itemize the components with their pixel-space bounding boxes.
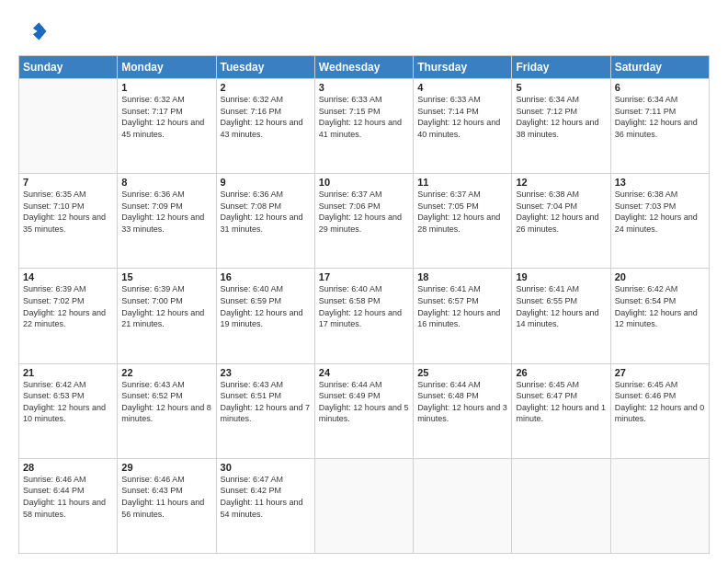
header bbox=[18, 17, 710, 46]
calendar-cell: 16Sunrise: 6:40 AM Sunset: 6:59 PM Dayli… bbox=[216, 269, 314, 363]
day-info: Sunrise: 6:38 AM Sunset: 7:04 PM Dayligh… bbox=[516, 189, 606, 235]
calendar-cell: 10Sunrise: 6:37 AM Sunset: 7:06 PM Dayli… bbox=[314, 174, 413, 269]
day-number: 8 bbox=[121, 177, 211, 188]
calendar-cell: 22Sunrise: 6:43 AM Sunset: 6:52 PM Dayli… bbox=[118, 363, 216, 458]
day-info: Sunrise: 6:36 AM Sunset: 7:08 PM Dayligh… bbox=[221, 189, 311, 235]
day-number: 11 bbox=[417, 177, 507, 188]
week-row-0: 1Sunrise: 6:32 AM Sunset: 7:17 PM Daylig… bbox=[19, 79, 710, 174]
calendar-cell: 26Sunrise: 6:45 AM Sunset: 6:47 PM Dayli… bbox=[512, 363, 610, 458]
calendar-cell bbox=[19, 79, 118, 174]
day-number: 30 bbox=[221, 462, 311, 473]
day-info: Sunrise: 6:37 AM Sunset: 7:05 PM Dayligh… bbox=[417, 189, 507, 235]
calendar-cell: 11Sunrise: 6:37 AM Sunset: 7:05 PM Dayli… bbox=[414, 174, 512, 269]
week-row-2: 14Sunrise: 6:39 AM Sunset: 7:02 PM Dayli… bbox=[19, 269, 710, 363]
day-info: Sunrise: 6:38 AM Sunset: 7:03 PM Dayligh… bbox=[615, 189, 705, 235]
calendar-cell: 25Sunrise: 6:44 AM Sunset: 6:48 PM Dayli… bbox=[414, 363, 512, 458]
day-info: Sunrise: 6:43 AM Sunset: 6:52 PM Dayligh… bbox=[121, 379, 211, 425]
calendar-cell: 4Sunrise: 6:33 AM Sunset: 7:14 PM Daylig… bbox=[414, 79, 512, 174]
day-info: Sunrise: 6:41 AM Sunset: 6:55 PM Dayligh… bbox=[516, 283, 606, 329]
day-number: 17 bbox=[319, 271, 409, 282]
header-day-monday: Monday bbox=[118, 56, 216, 79]
calendar-cell: 27Sunrise: 6:45 AM Sunset: 6:46 PM Dayli… bbox=[610, 363, 709, 458]
calendar-cell: 15Sunrise: 6:39 AM Sunset: 7:00 PM Dayli… bbox=[118, 269, 216, 363]
day-number: 4 bbox=[417, 82, 507, 93]
day-info: Sunrise: 6:34 AM Sunset: 7:11 PM Dayligh… bbox=[615, 94, 705, 140]
day-info: Sunrise: 6:33 AM Sunset: 7:14 PM Dayligh… bbox=[417, 94, 507, 140]
day-number: 5 bbox=[516, 82, 606, 93]
calendar-cell: 9Sunrise: 6:36 AM Sunset: 7:08 PM Daylig… bbox=[216, 174, 314, 269]
calendar-cell: 30Sunrise: 6:47 AM Sunset: 6:42 PM Dayli… bbox=[216, 458, 314, 553]
day-number: 21 bbox=[23, 367, 113, 378]
day-number: 14 bbox=[23, 271, 113, 282]
logo-icon bbox=[18, 17, 48, 46]
day-number: 7 bbox=[23, 177, 113, 188]
header-day-thursday: Thursday bbox=[414, 56, 512, 79]
day-number: 10 bbox=[319, 177, 409, 188]
day-info: Sunrise: 6:45 AM Sunset: 6:47 PM Dayligh… bbox=[516, 379, 606, 425]
week-row-3: 21Sunrise: 6:42 AM Sunset: 6:53 PM Dayli… bbox=[19, 363, 710, 458]
calendar-cell bbox=[414, 458, 512, 553]
day-info: Sunrise: 6:32 AM Sunset: 7:17 PM Dayligh… bbox=[121, 94, 211, 140]
header-day-saturday: Saturday bbox=[610, 56, 709, 79]
calendar-cell: 24Sunrise: 6:44 AM Sunset: 6:49 PM Dayli… bbox=[314, 363, 413, 458]
day-number: 19 bbox=[516, 271, 606, 282]
calendar-cell: 13Sunrise: 6:38 AM Sunset: 7:03 PM Dayli… bbox=[610, 174, 709, 269]
day-info: Sunrise: 6:40 AM Sunset: 6:59 PM Dayligh… bbox=[221, 283, 311, 329]
calendar-cell: 28Sunrise: 6:46 AM Sunset: 6:44 PM Dayli… bbox=[19, 458, 118, 553]
calendar-body: 1Sunrise: 6:32 AM Sunset: 7:17 PM Daylig… bbox=[19, 79, 710, 554]
day-number: 9 bbox=[221, 177, 311, 188]
day-info: Sunrise: 6:45 AM Sunset: 6:46 PM Dayligh… bbox=[615, 379, 705, 425]
day-number: 29 bbox=[121, 462, 211, 473]
day-info: Sunrise: 6:44 AM Sunset: 6:48 PM Dayligh… bbox=[417, 379, 507, 425]
calendar-cell: 19Sunrise: 6:41 AM Sunset: 6:55 PM Dayli… bbox=[512, 269, 610, 363]
calendar-cell: 20Sunrise: 6:42 AM Sunset: 6:54 PM Dayli… bbox=[610, 269, 709, 363]
day-info: Sunrise: 6:44 AM Sunset: 6:49 PM Dayligh… bbox=[319, 379, 409, 425]
calendar-cell: 17Sunrise: 6:40 AM Sunset: 6:58 PM Dayli… bbox=[314, 269, 413, 363]
day-info: Sunrise: 6:37 AM Sunset: 7:06 PM Dayligh… bbox=[319, 189, 409, 235]
day-info: Sunrise: 6:39 AM Sunset: 7:00 PM Dayligh… bbox=[121, 283, 211, 329]
header-day-wednesday: Wednesday bbox=[314, 56, 413, 79]
day-info: Sunrise: 6:42 AM Sunset: 6:54 PM Dayligh… bbox=[615, 283, 705, 329]
day-number: 3 bbox=[319, 82, 409, 93]
day-number: 28 bbox=[23, 462, 113, 473]
day-info: Sunrise: 6:40 AM Sunset: 6:58 PM Dayligh… bbox=[319, 283, 409, 329]
day-info: Sunrise: 6:36 AM Sunset: 7:09 PM Dayligh… bbox=[121, 189, 211, 235]
day-number: 15 bbox=[121, 271, 211, 282]
day-number: 20 bbox=[615, 271, 705, 282]
day-number: 13 bbox=[615, 177, 705, 188]
calendar-header: SundayMondayTuesdayWednesdayThursdayFrid… bbox=[19, 56, 710, 79]
calendar-cell bbox=[314, 458, 413, 553]
calendar-cell: 3Sunrise: 6:33 AM Sunset: 7:15 PM Daylig… bbox=[314, 79, 413, 174]
day-info: Sunrise: 6:34 AM Sunset: 7:12 PM Dayligh… bbox=[516, 94, 606, 140]
page: SundayMondayTuesdayWednesdayThursdayFrid… bbox=[0, 0, 728, 563]
header-day-friday: Friday bbox=[512, 56, 610, 79]
logo bbox=[18, 17, 50, 46]
day-number: 2 bbox=[221, 82, 311, 93]
day-number: 24 bbox=[319, 367, 409, 378]
day-info: Sunrise: 6:43 AM Sunset: 6:51 PM Dayligh… bbox=[221, 379, 311, 425]
week-row-4: 28Sunrise: 6:46 AM Sunset: 6:44 PM Dayli… bbox=[19, 458, 710, 553]
day-number: 27 bbox=[615, 367, 705, 378]
day-number: 16 bbox=[221, 271, 311, 282]
day-info: Sunrise: 6:32 AM Sunset: 7:16 PM Dayligh… bbox=[221, 94, 311, 140]
header-row: SundayMondayTuesdayWednesdayThursdayFrid… bbox=[19, 56, 710, 79]
svg-marker-1 bbox=[33, 22, 46, 40]
calendar-cell: 23Sunrise: 6:43 AM Sunset: 6:51 PM Dayli… bbox=[216, 363, 314, 458]
day-info: Sunrise: 6:42 AM Sunset: 6:53 PM Dayligh… bbox=[23, 379, 113, 425]
calendar-cell: 2Sunrise: 6:32 AM Sunset: 7:16 PM Daylig… bbox=[216, 79, 314, 174]
calendar-cell: 12Sunrise: 6:38 AM Sunset: 7:04 PM Dayli… bbox=[512, 174, 610, 269]
day-info: Sunrise: 6:46 AM Sunset: 6:44 PM Dayligh… bbox=[23, 474, 113, 520]
day-info: Sunrise: 6:35 AM Sunset: 7:10 PM Dayligh… bbox=[23, 189, 113, 235]
day-number: 22 bbox=[121, 367, 211, 378]
header-day-tuesday: Tuesday bbox=[216, 56, 314, 79]
day-number: 25 bbox=[417, 367, 507, 378]
calendar-cell: 21Sunrise: 6:42 AM Sunset: 6:53 PM Dayli… bbox=[19, 363, 118, 458]
calendar-cell: 1Sunrise: 6:32 AM Sunset: 7:17 PM Daylig… bbox=[118, 79, 216, 174]
day-info: Sunrise: 6:33 AM Sunset: 7:15 PM Dayligh… bbox=[319, 94, 409, 140]
day-number: 26 bbox=[516, 367, 606, 378]
calendar-cell: 18Sunrise: 6:41 AM Sunset: 6:57 PM Dayli… bbox=[414, 269, 512, 363]
day-number: 6 bbox=[615, 82, 705, 93]
day-number: 23 bbox=[221, 367, 311, 378]
header-day-sunday: Sunday bbox=[19, 56, 118, 79]
day-info: Sunrise: 6:39 AM Sunset: 7:02 PM Dayligh… bbox=[23, 283, 113, 329]
